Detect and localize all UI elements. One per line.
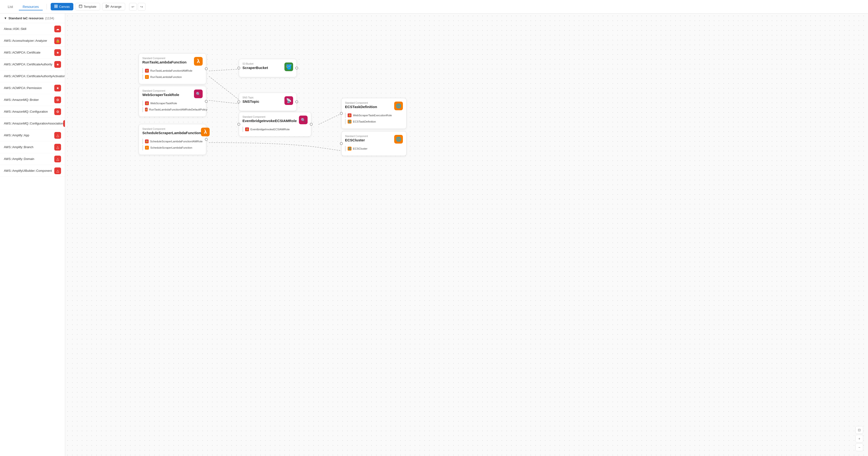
top-nav: List Resources Canvas Template — [0, 0, 868, 13]
node-s3-title: ScraperBucket — [243, 66, 268, 70]
sidebar-item[interactable]: Alexa::ASK::Skill☁ — [0, 23, 65, 35]
res-name: ScheduleScraperLambdaFunctionIAMRole — [150, 140, 203, 143]
nav-divider — [46, 4, 47, 10]
res-name: EventbridgeInvokeECSIAMRole — [250, 128, 290, 131]
res-icon: 🔒 — [145, 108, 148, 112]
resource-icon: ★ — [54, 61, 61, 68]
node-ecs-task-title: ECSTaskDefinition — [345, 105, 377, 109]
svg-line-10 — [209, 100, 241, 104]
list-item: 🔒 RunTaskLambdaFunctionIAMRole — [142, 68, 203, 73]
sidebar-item-label: AWS::ACMPCA::CertificateAuthority — [4, 63, 52, 66]
resource-icon: ⚙ — [54, 108, 61, 115]
node-webscraper-icon: 🔍 — [194, 90, 203, 98]
sidebar-list: Alexa::ASK::Skill☁AWS::AccessAnalyzer::A… — [0, 23, 65, 456]
node-s3-bucket[interactable]: S3 Bucket ScraperBucket 🪣 — [239, 59, 297, 77]
sidebar-item[interactable]: AWS::AmazonMQ::ConfigurationAssociation⚙ — [0, 118, 65, 129]
res-name: RunTaskLambdaFunctionIAMRoleDefaultPolic… — [149, 108, 208, 111]
node-s3-icon: 🪣 — [284, 62, 293, 71]
node-ecs-task-icon: 🌐 — [394, 101, 403, 110]
canvas-button[interactable]: Canvas — [51, 3, 73, 10]
sidebar-item[interactable]: AWS::AmazonMQ::Broker⚙ — [0, 94, 65, 106]
sidebar-item[interactable]: AWS::AccessAnalyzer::Analyzer🔒 — [0, 35, 65, 47]
zoom-out-button[interactable]: − — [856, 444, 863, 451]
node-run-task[interactable]: Standard Component RunTaskLambdaFunction… — [139, 53, 206, 84]
res-name: ECSCluster — [353, 147, 367, 150]
svg-rect-3 — [56, 6, 57, 8]
res-name: ScheduleScraperLambdaFunction — [150, 146, 192, 149]
svg-rect-1 — [56, 5, 57, 6]
node-eventbridge-icon: 🔍 — [299, 116, 308, 124]
sidebar-item[interactable]: AWS::AmplifyUIBuilder::Component△ — [0, 165, 65, 177]
res-name: RunTaskLambdaFunctionIAMRole — [150, 69, 192, 72]
chevron-icon: ▼ — [4, 17, 7, 20]
sidebar-item-label: AWS::ACMPCA::Certificate — [4, 51, 40, 54]
sidebar-item-label: Alexa::ASK::Skill — [4, 27, 26, 31]
arrange-icon — [106, 5, 109, 9]
svg-rect-2 — [55, 6, 56, 8]
resource-icon: ★ — [54, 49, 61, 56]
sidebar-item-label: AWS::Amplify::Branch — [4, 146, 34, 149]
node-ecs-cluster-label: Standard Component — [345, 135, 368, 138]
sidebar-item[interactable]: AWS::Amplify::App△ — [0, 129, 65, 142]
node-schedule-label: Standard Component — [142, 128, 201, 130]
node-sns-label: SNS Topic — [243, 96, 259, 99]
tab-list[interactable]: List — [4, 3, 17, 10]
list-item: 🌐 ECSCluster — [345, 146, 403, 151]
node-schedule-scraper[interactable]: Standard Component ScheduleScraperLambda… — [139, 124, 206, 155]
sidebar-item[interactable]: AWS::ACMPCA::Certificate★ — [0, 47, 65, 59]
sidebar-item-label: AWS::Amplify::App — [4, 134, 29, 137]
canvas-icon — [54, 5, 58, 9]
resource-icon: △ — [54, 132, 61, 139]
undo-redo-group: ↩ ↪ — [129, 3, 146, 10]
undo-button[interactable]: ↩ — [129, 3, 137, 10]
arrange-button[interactable]: Arrange — [102, 3, 125, 10]
res-icon: 🔒 — [245, 127, 249, 131]
node-sns-title: SNSTopic — [243, 99, 259, 103]
svg-line-9 — [209, 76, 241, 101]
template-icon — [79, 5, 82, 9]
resource-icon: ⚙ — [54, 96, 61, 103]
node-run-task-icon: λ — [194, 57, 203, 66]
list-item: 🔒 WebScraperTaskExecutionRole — [345, 113, 403, 118]
res-icon: 🔒 — [145, 140, 149, 143]
res-name: RunTaskLambdaFunction — [150, 75, 182, 79]
node-s3-label: S3 Bucket — [243, 62, 268, 65]
svg-rect-6 — [106, 5, 107, 8]
list-item: 🔒 RunTaskLambdaFunctionIAMRoleDefaultPol… — [142, 107, 203, 112]
sidebar-header: ▼ Standard IaC resources (1134) — [0, 13, 65, 23]
sidebar-item[interactable]: AWS::ACMPCA::CertificateAuthority★ — [0, 59, 65, 70]
template-button[interactable]: Template — [75, 3, 100, 10]
node-ecs-cluster[interactable]: Standard Component ECSCluster 🌐 🌐 ECSClu… — [341, 131, 406, 156]
list-item: λ ScheduleScraperLambdaFunction — [142, 145, 203, 150]
node-sns-icon: 📡 — [284, 96, 293, 105]
res-name: ECSTaskDefinition — [353, 120, 376, 123]
sidebar-item[interactable]: AWS::Amplify::Branch△ — [0, 142, 65, 153]
canvas-area[interactable]: Standard Component RunTaskLambdaFunction… — [65, 13, 868, 456]
list-item: 🔒 WebScraperTaskRole — [142, 101, 203, 106]
sidebar-item[interactable]: AWS::ACMPCA::CertificateAuthorityActivat… — [0, 70, 65, 82]
node-web-scraper[interactable]: Standard Component WebScraperTaskRole 🔍 … — [139, 86, 206, 117]
node-webscraper-title: WebScraperTaskRole — [142, 93, 179, 97]
node-eventbridge[interactable]: Standard Component EventbridgeInvokeECSI… — [239, 112, 311, 136]
tab-resources[interactable]: Resources — [19, 3, 43, 10]
svg-rect-4 — [79, 5, 82, 8]
redo-button[interactable]: ↪ — [138, 3, 146, 10]
zoom-in-button[interactable]: + — [856, 435, 863, 443]
sidebar-item[interactable]: AWS::Amplify::Domain△ — [0, 153, 65, 165]
sidebar-item[interactable]: AWS::AmazonMQ::Configuration⚙ — [0, 106, 65, 118]
sidebar-item[interactable]: AWS::ACMPCA::Permission★ — [0, 82, 65, 94]
res-icon: 🌐 — [348, 147, 351, 151]
resource-icon: ⚙ — [63, 120, 65, 127]
res-name: WebScraperTaskExecutionRole — [353, 114, 392, 117]
arrange-label: Arrange — [111, 5, 122, 8]
node-ecs-task-def[interactable]: Standard Component ECSTaskDefinition 🌐 🔒… — [341, 98, 406, 129]
node-sns-topic[interactable]: SNS Topic SNSTopic 📡 — [239, 93, 297, 111]
svg-rect-7 — [107, 5, 109, 7]
sidebar-count: (1134) — [45, 17, 54, 20]
res-icon: 🔒 — [145, 101, 149, 105]
resource-icon: ★ — [54, 85, 61, 91]
sidebar: ▼ Standard IaC resources (1134) Alexa::A… — [0, 13, 65, 456]
node-run-task-title: RunTaskLambdaFunction — [142, 60, 186, 64]
fit-button[interactable]: ⊡ — [856, 426, 863, 434]
resource-icon: △ — [54, 168, 61, 174]
